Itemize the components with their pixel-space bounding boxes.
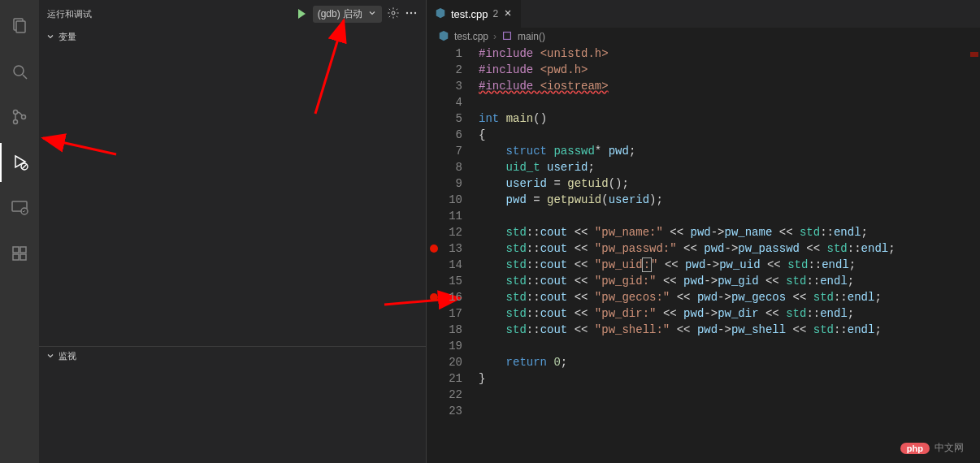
variables-body	[39, 46, 426, 463]
overview-ruler[interactable]	[969, 45, 980, 463]
svg-line-9	[22, 164, 27, 169]
svg-line-3	[23, 75, 27, 79]
tab-filename: test.cpp	[451, 8, 488, 20]
watermark-text: 中文网	[934, 441, 964, 455]
debug-config: (gdb) 启动	[295, 6, 418, 23]
svg-rect-1	[16, 21, 25, 32]
svg-point-17	[392, 11, 395, 15]
debug-header: 运行和调试 (gdb) 启动	[39, 0, 426, 28]
start-debug-button[interactable]	[295, 7, 308, 20]
svg-point-5	[14, 120, 18, 124]
svg-rect-14	[20, 254, 26, 260]
svg-point-18	[406, 11, 408, 13]
debug-panel: 运行和调试 (gdb) 启动 变量	[39, 0, 426, 463]
variables-section-header[interactable]: 变量	[39, 28, 426, 46]
chevron-down-icon	[46, 351, 55, 362]
svg-rect-29	[504, 32, 511, 39]
watermark-brand: php	[900, 443, 930, 454]
breakpoint[interactable]	[430, 293, 438, 301]
symbol-icon	[501, 30, 513, 44]
chevron-right-icon: ›	[493, 31, 497, 42]
cpp-file-icon	[435, 7, 446, 21]
svg-point-6	[22, 115, 26, 119]
extensions-icon[interactable]	[0, 234, 39, 273]
more-icon[interactable]	[405, 6, 418, 22]
editor-tab[interactable]: test.cpp 2	[427, 0, 522, 28]
svg-marker-16	[298, 9, 306, 19]
breakpoint[interactable]	[430, 244, 438, 253]
explorer-icon[interactable]	[0, 6, 39, 45]
svg-point-2	[14, 66, 24, 76]
tab-bar: test.cpp 2	[427, 0, 980, 28]
activity-bar	[0, 0, 39, 463]
svg-rect-13	[13, 254, 19, 260]
gutter[interactable]: 1234567891011121314151617181920212223	[427, 45, 479, 463]
debug-config-select[interactable]: (gdb) 启动	[313, 6, 382, 23]
remote-explorer-icon[interactable]	[0, 188, 39, 227]
svg-point-19	[410, 11, 412, 13]
variables-label: 变量	[59, 31, 76, 43]
svg-marker-7	[15, 156, 25, 167]
code-area[interactable]: 1234567891011121314151617181920212223 #i…	[427, 45, 980, 463]
watermark: php 中文网	[900, 441, 964, 455]
breadcrumb-file: test.cpp	[454, 31, 488, 42]
editor: test.cpp 2 test.cpp › main() 12345678910…	[426, 0, 980, 463]
search-icon[interactable]	[0, 52, 39, 91]
code-content[interactable]: #include <unistd.h>#include <pwd.h>#incl…	[479, 45, 980, 463]
debug-title: 运行和调试	[47, 8, 92, 20]
debug-config-label: (gdb) 启动	[318, 7, 362, 21]
run-debug-icon[interactable]	[0, 143, 39, 182]
watch-section-header[interactable]: 监视	[39, 346, 426, 366]
svg-rect-15	[20, 247, 26, 253]
cpp-file-icon	[438, 30, 449, 44]
svg-point-4	[14, 110, 18, 115]
source-control-icon[interactable]	[0, 97, 39, 136]
watch-label: 监视	[59, 350, 76, 362]
gear-icon[interactable]	[387, 6, 400, 22]
breadcrumb[interactable]: test.cpp › main()	[427, 28, 980, 45]
tab-badge: 2	[493, 8, 499, 19]
breadcrumb-symbol: main()	[518, 31, 545, 42]
chevron-down-icon	[46, 32, 55, 43]
close-icon[interactable]	[503, 8, 513, 20]
chevron-down-icon	[367, 8, 377, 20]
svg-rect-12	[13, 247, 19, 253]
svg-point-20	[414, 11, 416, 13]
